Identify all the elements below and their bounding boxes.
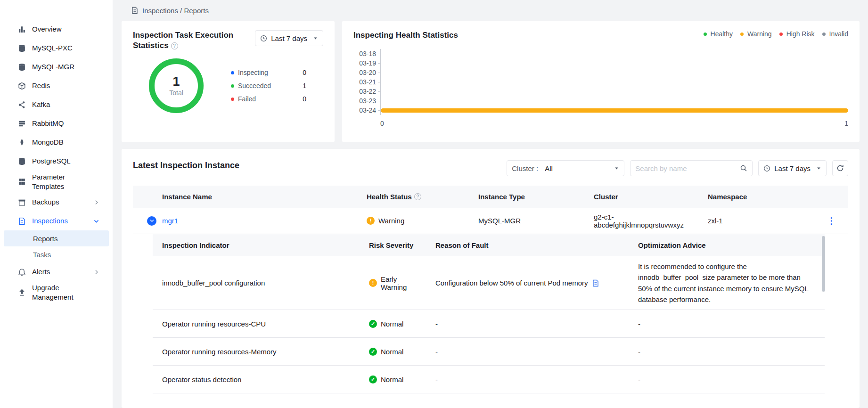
reason-cell: Configuration below 50% of current Pod m… xyxy=(426,274,629,292)
caret-down-icon xyxy=(614,166,619,171)
check-circle-icon: ✓ xyxy=(369,348,377,356)
latest-inspection-card: Latest Inspection Instance Cluster : All… xyxy=(122,149,860,408)
search-icon[interactable] xyxy=(740,164,747,172)
advice-value: It is recommended to configure the innod… xyxy=(629,256,825,310)
reason-value: - xyxy=(426,315,629,333)
sidebar-item-rabbitmq[interactable]: RabbitMQ xyxy=(0,114,113,133)
health-chart-track xyxy=(380,77,848,87)
sidebar-item-mongodb[interactable]: MongoDB xyxy=(0,133,113,152)
health-chart-ylabel: 03-18 xyxy=(353,50,376,57)
health-chart-row: 03-20 xyxy=(353,68,848,77)
x-tick-min: 0 xyxy=(380,120,384,127)
health-chart-row: 03-18 xyxy=(353,49,848,58)
sidebar-item-redis[interactable]: Redis xyxy=(0,76,113,95)
sidebar-item-label: RabbitMQ xyxy=(32,119,64,128)
health-chart-ylabel: 03-24 xyxy=(353,106,376,114)
time-range-value: Last 7 days xyxy=(774,164,811,172)
database-icon xyxy=(18,157,26,165)
detail-header: Inspection Indicator Risk Severity Reaso… xyxy=(153,234,825,256)
task-stats-card: Inspection Task Execution Statistics? La… xyxy=(122,21,335,142)
failed-dot-icon xyxy=(231,98,234,101)
app: Overview MySQL-PXC MySQL-MGR Redis Kafka… xyxy=(0,0,868,408)
legend-label: Inspecting xyxy=(238,69,268,76)
legend-value: 0 xyxy=(303,69,306,76)
sidebar-item-overview[interactable]: Overview xyxy=(0,20,113,39)
indicator-value: Operator running resources-CPU xyxy=(153,315,360,333)
bell-icon xyxy=(18,268,26,276)
database-icon xyxy=(18,63,26,71)
help-icon[interactable]: ? xyxy=(171,42,178,49)
severity-cell: ✓ Normal xyxy=(360,371,426,388)
sidebar-item-backups[interactable]: Backups xyxy=(0,193,113,212)
legend-item-failed: Failed 0 xyxy=(231,95,306,103)
sidebar-item-alerts[interactable]: Alerts xyxy=(0,262,113,281)
health-chart-row: 03-19 xyxy=(353,58,848,68)
health-chart-track xyxy=(380,96,848,106)
succeeded-dot-icon xyxy=(231,84,234,88)
sidebar-subitem-label: Tasks xyxy=(33,251,51,259)
health-status-value: Warning xyxy=(378,217,404,225)
sidebar-item-tasks[interactable]: Tasks xyxy=(4,246,109,262)
legend-value: 0 xyxy=(303,95,306,103)
sidebar-item-upgrade-management[interactable]: Upgrade Management xyxy=(0,281,113,303)
reason-value: - xyxy=(426,343,629,360)
sidebar-item-mysql-mgr[interactable]: MySQL-MGR xyxy=(0,57,113,76)
health-chart-ylabel: 03-19 xyxy=(353,59,376,67)
clock-icon xyxy=(763,165,770,172)
caret-down-icon xyxy=(816,166,821,171)
vertical-scrollbar-thumb[interactable] xyxy=(822,236,825,292)
queue-icon xyxy=(18,120,26,128)
health-chart-row: 03-23 xyxy=(353,96,848,106)
sidebar-item-mysql-pxc[interactable]: MySQL-PXC xyxy=(0,39,113,57)
sidebar-item-parameter-templates[interactable]: Parameter Templates xyxy=(0,171,113,193)
health-chart-row: 03-21 xyxy=(353,77,848,87)
detail-row: Operator running resources-CPU ✓ Normal … xyxy=(153,310,825,338)
col-inspection-indicator: Inspection Indicator xyxy=(153,241,360,249)
legend-item-high-risk: High Risk xyxy=(779,30,815,38)
sidebar-item-kafka[interactable]: Kafka xyxy=(0,95,113,114)
health-chart-row: 03-24 xyxy=(353,106,848,115)
legend-item-healthy: Healthy xyxy=(704,30,733,38)
health-chart-track xyxy=(380,68,848,77)
legend-label: Succeeded xyxy=(238,82,271,90)
col-reason-of-fault: Reason of Fault xyxy=(426,241,629,249)
search-input[interactable] xyxy=(635,164,740,172)
sidebar-item-inspections[interactable]: Inspections xyxy=(0,212,113,230)
legend-label: Invalid xyxy=(829,30,848,38)
sidebar-item-label: MySQL-MGR xyxy=(32,62,74,72)
view-report-icon[interactable] xyxy=(592,279,599,287)
collapse-row-toggle[interactable] xyxy=(147,216,156,226)
row-actions-menu-icon[interactable]: ⋮ xyxy=(827,215,836,226)
instance-name-link[interactable]: mgr1 xyxy=(162,217,178,225)
sidebar-item-reports[interactable]: Reports xyxy=(4,230,109,246)
legend-label: Failed xyxy=(238,95,256,103)
indicator-value: innodb_buffer_pool configuration xyxy=(153,274,360,292)
col-namespace: Namespace xyxy=(700,193,802,201)
task-donut-area: 1 Total Inspecting 0 Succeeded 1 xyxy=(133,58,323,113)
inspection-detail-panel: Inspection Indicator Risk Severity Reaso… xyxy=(153,234,825,397)
legend-value: 1 xyxy=(303,82,306,90)
health-chart-track xyxy=(380,49,848,58)
breadcrumb: Inspections / Reports xyxy=(122,0,860,21)
table-row[interactable]: mgr1 ! Warning MySQL-MGR g2-c1-abcdefghi… xyxy=(133,208,848,234)
task-time-range-select[interactable]: Last 7 days xyxy=(255,30,323,46)
latest-inspection-title: Latest Inspection Instance xyxy=(133,160,239,171)
instances-table: Instance Name Health Status? Instance Ty… xyxy=(133,186,848,397)
sidebar-item-label: Upgrade Management xyxy=(32,283,89,302)
instances-time-range-select[interactable]: Last 7 days xyxy=(758,160,827,176)
health-stats-title: Inspecting Health Statistics xyxy=(353,30,458,41)
time-range-value: Last 7 days xyxy=(271,34,307,42)
check-circle-icon: ✓ xyxy=(369,375,377,384)
health-chart-ylabel: 03-22 xyxy=(353,88,376,95)
sidebar-item-label: Inspections xyxy=(32,216,68,226)
leaf-icon xyxy=(18,139,26,147)
cluster-filter-select[interactable]: Cluster : All xyxy=(507,160,624,176)
severity-value: Normal xyxy=(381,320,403,328)
upgrade-icon xyxy=(18,288,26,296)
breadcrumb-text: Inspections / Reports xyxy=(142,7,209,15)
sidebar-item-label: MySQL-PXC xyxy=(32,43,73,53)
sidebar-item-postgresql[interactable]: PostgreSQL xyxy=(0,152,113,171)
inspecting-dot-icon xyxy=(231,71,234,74)
help-icon[interactable]: ? xyxy=(414,193,421,200)
refresh-button[interactable] xyxy=(832,160,848,176)
